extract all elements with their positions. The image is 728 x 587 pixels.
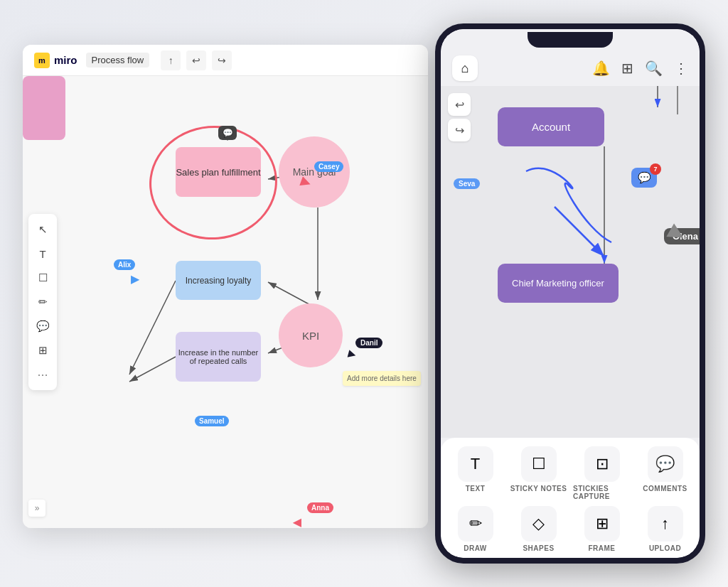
mobile-comment-badge[interactable]: 💬 7 (631, 168, 657, 188)
mobile-upload-label: UPLOAD (649, 544, 681, 552)
alix-cursor: Alix (114, 259, 135, 270)
mobile-draw-tool[interactable]: ✏ DRAW (446, 506, 504, 552)
mobile-comments-label: COMMENTS (643, 485, 687, 492)
repeated-calls-label: Increase in the number of repeated calls (176, 348, 261, 365)
mobile-account-label: Account (532, 121, 570, 133)
mobile-sticky-tool[interactable]: ☐ STICKY NOTES (510, 446, 567, 500)
mobile-redo-button[interactable]: ↪ (448, 119, 471, 141)
mobile-header-right: 🔔 ⊞ 🔍 ⋮ (592, 60, 688, 77)
mobile-status-bar (441, 29, 700, 50)
mobile-shapes-tool[interactable]: ◇ SHAPES (510, 506, 567, 552)
mobile-stickies-capture-icon: ⊡ (584, 446, 620, 482)
mobile-shapes-label: SHAPES (523, 544, 554, 552)
redo-button[interactable]: ↪ (212, 50, 232, 70)
upload-button[interactable]: ↑ (161, 50, 181, 70)
sales-plan-node[interactable]: 💬 Sales plan fulfillment (176, 147, 261, 197)
add-details-text: Add more details here (347, 375, 417, 382)
add-details-sticky[interactable]: Add more details here (343, 371, 421, 386)
mobile-grid-icon[interactable]: ⊞ (621, 60, 633, 77)
select-tool-button[interactable]: ↖ (31, 218, 54, 241)
mobile-toolbar-grid: T TEXT ☐ STICKY NOTES ⊡ STICKIES CAPTURE… (446, 446, 694, 552)
mobile-canvas: ↩ ↪ Account Chief Marketing officer (441, 86, 700, 438)
mobile-sticky-icon: ☐ (521, 446, 557, 482)
comment-count-badge: 7 (650, 163, 661, 175)
pen-tool-button[interactable]: ✏ (31, 291, 54, 313)
mobile-search-icon[interactable]: 🔍 (645, 60, 663, 77)
mobile-stickies-capture-label: STICKIES CAPTURE (573, 485, 631, 500)
kpi-node[interactable]: KPI (279, 303, 343, 367)
mobile-home-button[interactable]: ⌂ (452, 55, 478, 81)
crop-tool-button[interactable]: ⊞ (31, 339, 54, 362)
board-name[interactable]: Process flow (86, 53, 150, 68)
mobile-undo-redo: ↩ ↪ (448, 93, 471, 141)
mobile-inner: ⌂ 🔔 ⊞ 🔍 ⋮ ↩ ↪ (441, 29, 700, 558)
mobile-comments-icon: 💬 (648, 446, 683, 482)
mobile-panel: ⌂ 🔔 ⊞ 🔍 ⋮ ↩ ↪ (435, 23, 705, 564)
mobile-upload-icon: ↑ (648, 506, 683, 542)
mobile-text-tool[interactable]: T TEXT (446, 446, 504, 500)
mobile-more-icon[interactable]: ⋮ (674, 60, 688, 77)
kpi-label: KPI (302, 330, 319, 342)
mobile-frame-tool[interactable]: ⊞ FRAME (573, 506, 631, 552)
mobile-stickies-capture-tool[interactable]: ⊡ STICKIES CAPTURE (573, 446, 631, 500)
anna-cursor-arrow: ▶ (293, 515, 301, 528)
scene: m miro Process flow ↑ ↩ ↪ ↖ T ☐ ✏ 💬 ⊞ ··… (23, 23, 705, 564)
repeated-calls-node[interactable]: Increase in the number of repeated calls (176, 332, 261, 382)
mobile-draw-icon: ✏ (458, 506, 493, 542)
casey-cursor: Casey (314, 161, 343, 172)
mobile-cmo-label: Chief Marketing officer (512, 278, 604, 289)
pink-rect-node (23, 76, 65, 140)
mobile-upload-tool[interactable]: ↑ UPLOAD (636, 506, 694, 552)
text-tool-button[interactable]: T (31, 242, 54, 265)
svg-line-5 (129, 281, 176, 375)
alix-cursor-arrow: ▶ (131, 272, 139, 286)
sticky-tool-button[interactable]: ☐ (31, 266, 54, 289)
mobile-notification-icon[interactable]: 🔔 (592, 60, 610, 77)
miro-logo-text: miro (54, 54, 77, 66)
miro-logo-icon: m (34, 53, 50, 68)
main-goal-node[interactable]: Main goal (279, 136, 350, 208)
mobile-header: ⌂ 🔔 ⊞ 🔍 ⋮ (441, 50, 700, 86)
more-tools-button[interactable]: ··· (31, 363, 54, 386)
mobile-cmo-node[interactable]: Chief Marketing officer (498, 264, 619, 303)
mobile-text-icon: T (458, 446, 493, 482)
sales-plan-label: Sales plan fulfillment (176, 167, 260, 178)
left-toolbar: ↖ T ☐ ✏ 💬 ⊞ ··· (28, 214, 57, 390)
mobile-top-line (677, 86, 678, 114)
mobile-notch (528, 32, 613, 48)
samuel-cursor: Samuel (195, 416, 229, 426)
sales-comment-bubble[interactable]: 💬 (218, 126, 237, 140)
danil-cursor-arrow: ▶ (347, 348, 358, 360)
mobile-undo-button[interactable]: ↩ (448, 93, 471, 116)
desktop-header: m miro Process flow ↑ ↩ ↪ (23, 45, 428, 76)
danil-cursor: Danil (355, 338, 382, 348)
mobile-account-node[interactable]: Account (498, 107, 604, 146)
mobile-text-label: TEXT (466, 485, 486, 492)
mobile-frame-label: FRAME (588, 544, 615, 552)
seva-cursor: Seva (454, 178, 480, 189)
header-actions: ↑ ↩ ↪ (161, 50, 232, 70)
mobile-shapes-icon: ◇ (521, 506, 557, 542)
canvas-arrows (23, 76, 428, 528)
undo-button[interactable]: ↩ (186, 50, 206, 70)
increasing-loyalty-node[interactable]: Increasing loyalty (176, 261, 261, 300)
mobile-draw-label: DRAW (464, 544, 487, 552)
mobile-sticky-label: STICKY NOTES (510, 485, 567, 492)
increasing-loyalty-label: Increasing loyalty (186, 276, 252, 286)
mobile-comments-tool[interactable]: 💬 COMMENTS (636, 446, 694, 500)
mobile-toolbar: T TEXT ☐ STICKY NOTES ⊡ STICKIES CAPTURE… (441, 438, 700, 558)
desktop-panel: m miro Process flow ↑ ↩ ↪ ↖ T ☐ ✏ 💬 ⊞ ··… (23, 45, 428, 528)
miro-logo: m miro (34, 53, 77, 68)
mobile-frame-icon: ⊞ (584, 506, 620, 542)
mobile-header-left: ⌂ (452, 55, 478, 81)
svg-line-6 (129, 357, 176, 382)
collapse-panel-button[interactable]: » (28, 500, 46, 517)
anna-cursor: Anna (307, 502, 333, 513)
comment-tool-button[interactable]: 💬 (31, 315, 54, 338)
desktop-canvas: ↖ T ☐ ✏ 💬 ⊞ ··· (23, 76, 428, 528)
